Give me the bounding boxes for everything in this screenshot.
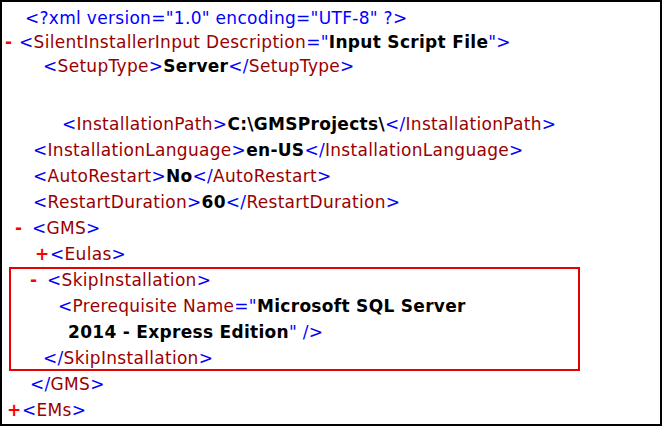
xml-delimiter: < xyxy=(33,140,48,160)
silent-installer-input-open-tag: -<SilentInstallerInput Description="Inpu… xyxy=(2,30,660,54)
xml-delimiter: > xyxy=(232,140,247,160)
xml-delimiter: > xyxy=(86,218,101,238)
line-content: <Prerequisite Name="Microsoft SQL Server xyxy=(2,296,466,316)
xml-tag-name: InstallationPath xyxy=(406,114,542,134)
xml-delimiter: < xyxy=(32,218,47,238)
prerequisite-element-line2: 2014 - Express Edition" /> xyxy=(2,319,660,345)
xml-tag-name: AutoRestart xyxy=(213,166,317,186)
xml-tag-name: InstallationPath xyxy=(77,114,213,134)
xml-document: <?xml version="1.0" encoding="UTF-8" ?>-… xyxy=(2,2,660,423)
auto-restart-element: <AutoRestart>No</AutoRestart> xyxy=(2,163,660,189)
collapse-toggle[interactable]: - xyxy=(5,30,12,54)
xml-value: 2014 - Express Edition xyxy=(68,322,289,342)
line-content: </SkipInstallation> xyxy=(2,348,213,368)
line-content: <AutoRestart>No</AutoRestart> xyxy=(2,166,331,186)
xml-delimiter: < xyxy=(50,244,65,264)
xml-delimiter: < xyxy=(33,192,48,212)
xml-tag-name: InstallationLanguage xyxy=(325,140,509,160)
xml-tag-name: SkipInstallation xyxy=(64,348,199,368)
xml-delimiter: > xyxy=(187,192,202,212)
xml-tag-name: Eulas xyxy=(65,244,112,264)
xml-value: 60 xyxy=(202,192,226,212)
xml-delimiter: > xyxy=(197,270,212,290)
xml-delimiter: > xyxy=(213,114,228,134)
gms-open-tag: -<GMS> xyxy=(2,215,660,241)
skip-installation-close-tag: </SkipInstallation> xyxy=(2,345,660,371)
line-content: 2014 - Express Edition" /> xyxy=(2,322,323,342)
xml-value: Input Script File xyxy=(329,32,488,52)
xml-delimiter: > xyxy=(340,56,355,76)
xml-tag-name: SilentInstallerInput Description xyxy=(34,32,307,52)
ems-collapsed-element: +<EMs> xyxy=(2,397,660,423)
xml-delimiter: > xyxy=(112,244,127,264)
xml-declaration: <?xml version="1.0" encoding="UTF-8" ?> xyxy=(2,6,660,30)
xml-delimiter: </ xyxy=(30,374,51,394)
xml-value: Server xyxy=(163,56,228,76)
xml-value: en-US xyxy=(246,140,304,160)
line-content: <InstallationLanguage>en-US</Installatio… xyxy=(2,140,524,160)
collapse-toggle[interactable]: - xyxy=(15,215,22,241)
blank-line xyxy=(2,78,660,111)
xml-delimiter: < xyxy=(33,166,48,186)
eulas-collapsed-element: +<Eulas> xyxy=(2,241,660,267)
xml-tag-name: EMs xyxy=(37,400,72,420)
xml-tag-name: SetupType xyxy=(58,56,149,76)
line-content: <SilentInstallerInput Description="Input… xyxy=(2,32,511,52)
xml-delimiter: > xyxy=(542,114,557,134)
xml-delimiter: =" xyxy=(306,32,329,52)
setup-type-element: <SetupType>Server</SetupType> xyxy=(2,54,660,78)
xml-tag-name: GMS xyxy=(47,218,87,238)
line-content: <Eulas> xyxy=(2,244,126,264)
xml-viewer: <?xml version="1.0" encoding="UTF-8" ?>-… xyxy=(0,0,662,426)
xml-delimiter: =" xyxy=(234,296,257,316)
line-content: <RestartDuration>60</RestartDuration> xyxy=(2,192,400,212)
xml-tag-name: AutoRestart xyxy=(48,166,152,186)
xml-delimiter: > xyxy=(199,348,214,368)
line-content: <InstallationPath>C:\GMSProjects\</Insta… xyxy=(2,114,556,134)
xml-delimiter: "> xyxy=(488,32,511,52)
line-content: <?xml version="1.0" encoding="UTF-8" ?> xyxy=(2,8,407,28)
xml-delimiter: > xyxy=(151,166,166,186)
expand-toggle[interactable]: + xyxy=(35,241,50,267)
xml-delimiter: </ xyxy=(385,114,406,134)
collapse-toggle[interactable]: - xyxy=(30,267,37,293)
xml-delimiter: < xyxy=(62,114,77,134)
xml-delimiter: </ xyxy=(228,56,249,76)
xml-delimiter: </ xyxy=(304,140,325,160)
prerequisite-element-line1: <Prerequisite Name="Microsoft SQL Server xyxy=(2,293,660,319)
skip-installation-open-tag: -<SkipInstallation> xyxy=(2,267,660,293)
xml-delimiter: > xyxy=(509,140,524,160)
restart-duration-element: <RestartDuration>60</RestartDuration> xyxy=(2,189,660,215)
xml-delimiter: < xyxy=(58,296,73,316)
xml-delimiter: </ xyxy=(226,192,247,212)
xml-delimiter: > xyxy=(386,192,401,212)
xml-value: No xyxy=(166,166,193,186)
xml-tag-name: InstallationLanguage xyxy=(48,140,232,160)
xml-delimiter: > xyxy=(90,374,105,394)
xml-delimiter: </ xyxy=(192,166,213,186)
installation-path-element: <InstallationPath>C:\GMSProjects\</Insta… xyxy=(2,111,660,137)
installation-language-element: <InstallationLanguage>en-US</Installatio… xyxy=(2,137,660,163)
xml-value: Microsoft SQL Server xyxy=(257,296,466,316)
xml-delimiter: > xyxy=(317,166,332,186)
gms-close-tag: </GMS> xyxy=(2,371,660,397)
xml-value: C:\GMSProjects\ xyxy=(227,114,385,134)
xml-delimiter: > xyxy=(149,56,164,76)
xml-tag-name: GMS xyxy=(51,374,91,394)
xml-tag-name: RestartDuration xyxy=(246,192,385,212)
xml-delimiter: " /> xyxy=(289,322,323,342)
xml-tag-name: SkipInstallation xyxy=(62,270,197,290)
xml-tag-name: SetupType xyxy=(249,56,340,76)
xml-tag-name: RestartDuration xyxy=(48,192,187,212)
line-content: <SetupType>Server</SetupType> xyxy=(2,56,355,76)
xml-delimiter: < xyxy=(43,56,58,76)
xml-delimiter: < xyxy=(22,400,37,420)
xml-tag-name: Prerequisite Name xyxy=(73,296,235,316)
xml-delimiter: < xyxy=(47,270,62,290)
xml-delimiter: > xyxy=(72,400,87,420)
xml-delimiter: </ xyxy=(43,348,64,368)
line-content: </GMS> xyxy=(2,374,105,394)
expand-toggle[interactable]: + xyxy=(7,397,22,423)
xml-delimiter: < xyxy=(19,32,34,52)
xml-delimiter: <?xml version="1.0" encoding="UTF-8" ?> xyxy=(25,8,407,28)
